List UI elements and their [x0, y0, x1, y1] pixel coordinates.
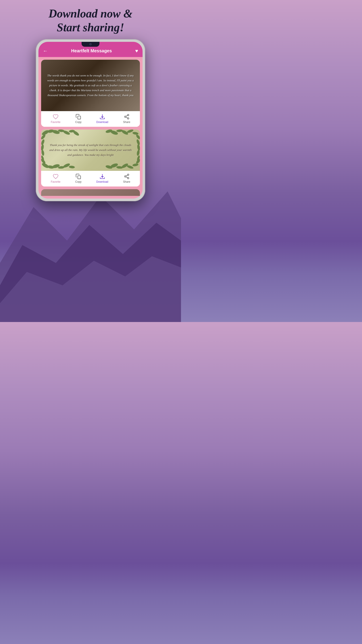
svg-point-25: [41, 162, 49, 168]
svg-point-18: [105, 130, 113, 134]
card-message-1: The words thank you do not seem to be en…: [41, 70, 140, 101]
svg-point-30: [62, 162, 70, 168]
svg-point-21: [121, 130, 129, 136]
svg-marker-2: [0, 256, 181, 322]
share-button-1[interactable]: Share: [123, 114, 130, 124]
svg-point-20: [116, 130, 123, 132]
copy-icon-1: [75, 114, 81, 120]
share-icon-1: [124, 114, 130, 120]
svg-point-16: [69, 130, 75, 133]
card-3-partial: [41, 189, 140, 196]
favorite-button-2[interactable]: Favorite: [51, 174, 60, 183]
share-label-1: Share: [123, 120, 130, 124]
svg-point-23: [132, 132, 139, 135]
card-image-2: Thank you for being the streak of sunlig…: [41, 130, 140, 171]
share-icon-2: [124, 174, 130, 179]
favorite-label-1: Favorite: [51, 120, 60, 124]
svg-point-50: [124, 176, 126, 177]
copy-icon-2: [75, 174, 81, 179]
svg-rect-47: [78, 176, 81, 179]
svg-point-19: [110, 130, 118, 136]
svg-point-33: [110, 162, 118, 168]
card-message-2: Thank you for being the streak of sunlig…: [41, 140, 140, 160]
card-actions-2: Favorite Copy: [41, 171, 140, 186]
share-label-2: Share: [123, 180, 130, 183]
favorite-label-2: Favorite: [51, 180, 60, 183]
app-title: Heartfelt Messages: [71, 48, 112, 54]
svg-line-52: [126, 177, 127, 178]
svg-point-51: [127, 177, 129, 179]
favorite-icon-2: [53, 174, 58, 179]
svg-point-12: [52, 130, 60, 134]
svg-line-53: [126, 175, 127, 176]
download-icon-2: [99, 174, 105, 179]
copy-label-1: Copy: [75, 120, 81, 124]
svg-marker-0: [0, 192, 181, 322]
svg-point-31: [69, 166, 75, 168]
download-label-2: Download: [96, 180, 108, 183]
svg-point-10: [41, 130, 49, 136]
svg-point-13: [41, 134, 46, 140]
download-button-1[interactable]: Download: [96, 114, 108, 124]
back-button[interactable]: ←: [43, 48, 48, 54]
favorite-button-1[interactable]: Favorite: [51, 114, 60, 124]
svg-point-5: [127, 114, 129, 116]
favorite-icon-1: [53, 114, 58, 120]
app-content: The words thank you do not seem to be en…: [38, 57, 143, 198]
copy-button-2[interactable]: Copy: [75, 174, 81, 183]
svg-point-35: [121, 162, 129, 168]
svg-point-11: [47, 130, 54, 133]
svg-point-26: [47, 165, 54, 168]
svg-point-7: [127, 118, 129, 119]
svg-point-14: [58, 130, 64, 132]
card-actions-1: Favorite Copy: [41, 111, 140, 127]
svg-point-29: [58, 166, 64, 169]
message-card-2: Thank you for being the streak of sunlig…: [41, 130, 140, 186]
download-icon-1: [99, 114, 105, 120]
copy-button-1[interactable]: Copy: [75, 114, 81, 124]
download-label-1: Download: [96, 120, 108, 124]
svg-rect-3: [78, 116, 81, 119]
message-card-1: The words thank you do not seem to be en…: [41, 60, 140, 127]
phone-notch: [81, 42, 99, 47]
svg-point-34: [116, 166, 123, 169]
svg-point-36: [126, 164, 134, 168]
svg-line-8: [126, 117, 127, 118]
svg-point-15: [62, 130, 70, 136]
svg-marker-1: [0, 223, 181, 322]
svg-line-9: [126, 116, 127, 116]
svg-point-22: [126, 130, 134, 134]
svg-point-27: [52, 164, 60, 168]
favorite-header-icon[interactable]: ♥: [135, 48, 138, 54]
card-image-1: The words thank you do not seem to be en…: [41, 60, 140, 111]
svg-point-49: [127, 174, 129, 176]
svg-point-37: [132, 163, 139, 166]
svg-point-24: [135, 134, 140, 140]
svg-point-17: [72, 130, 79, 136]
phone-mockup: ← Heartfelt Messages ♥ The words thank y…: [36, 39, 145, 201]
download-button-2[interactable]: Download: [96, 174, 108, 183]
share-button-2[interactable]: Share: [123, 174, 130, 183]
svg-point-32: [105, 164, 113, 168]
page-title: Download now & Start sharing!: [39, 7, 141, 35]
copy-label-2: Copy: [75, 180, 81, 183]
svg-point-6: [124, 116, 126, 118]
camera-dot: [89, 43, 92, 46]
